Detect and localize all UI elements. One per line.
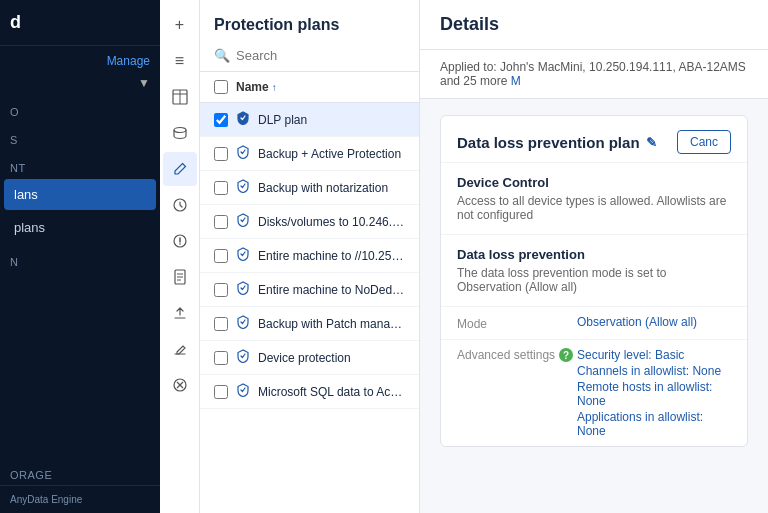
sidebar-top: d	[0, 0, 160, 46]
details-card: Data loss prevention plan ✎ Canc Device …	[440, 115, 748, 447]
plans-table-header: Name ↑	[200, 72, 419, 103]
plan-item-disks-volumes[interactable]: Disks/volumes to 10.246.224.15...	[200, 205, 419, 239]
plans-list: DLP plan Backup + Active Protection Back…	[200, 103, 419, 409]
dlp-desc: The data loss prevention mode is set to …	[457, 266, 731, 294]
edit-icon[interactable]	[163, 152, 197, 186]
plan-checkbox-backup-notarization[interactable]	[214, 181, 228, 195]
svg-point-3	[174, 128, 186, 133]
plan-checkbox-dlp[interactable]	[214, 113, 228, 127]
plan-item-sql-acronis[interactable]: Microsoft SQL data to Acronis C...	[200, 375, 419, 409]
plan-name: Entire machine to NoDedupVa...	[258, 283, 405, 297]
sidebar-storage: ORAGE	[0, 457, 160, 485]
alert-icon[interactable]	[163, 224, 197, 258]
plan-item-device-protection[interactable]: Device protection	[200, 341, 419, 375]
shield-icon	[236, 179, 250, 196]
applied-link[interactable]: M	[511, 74, 521, 88]
plan-name: Backup + Active Protection	[258, 147, 401, 161]
select-all-checkbox[interactable]	[214, 80, 228, 94]
plan-name: Backup with Patch manageme...	[258, 317, 405, 331]
svg-point-7	[179, 243, 181, 245]
plan-checkbox-sql-acronis[interactable]	[214, 385, 228, 399]
dlp-section: Data loss prevention The data loss preve…	[441, 234, 747, 306]
shield-icon	[236, 247, 250, 264]
details-card-header: Data loss prevention plan ✎ Canc	[441, 116, 747, 162]
dropdown-arrow-icon: ▼	[138, 76, 150, 90]
help-icon[interactable]: ?	[559, 348, 573, 362]
shield-icon	[236, 111, 250, 128]
plan-checkbox-backup-patch[interactable]	[214, 317, 228, 331]
details-header: Details	[420, 0, 768, 50]
plans-panel: Protection plans 🔍 Name ↑ DLP plan Backu…	[200, 0, 420, 513]
applied-bar: Applied to: John's MacMini, 10.250.194.1…	[420, 50, 768, 99]
shield-icon	[236, 349, 250, 366]
device-control-desc: Access to all device types is allowed. A…	[457, 194, 731, 222]
plan-name: Entire machine to //10.250.192...	[258, 249, 405, 263]
plans-panel-title: Protection plans	[200, 0, 419, 42]
plan-name: Microsoft SQL data to Acronis C...	[258, 385, 405, 399]
plan-name: DLP plan	[258, 113, 307, 127]
export-icon[interactable]	[163, 296, 197, 330]
sidebar: d Manage ▼ O S NT lans plans N ORAGE Any…	[0, 0, 160, 513]
mode-value: Observation (Allow all)	[577, 315, 697, 329]
plan-item-backup-active[interactable]: Backup + Active Protection	[200, 137, 419, 171]
sidebar-logo: d	[10, 12, 150, 33]
plans-col-name: Name ↑	[236, 80, 277, 94]
plan-checkbox-entire-machine[interactable]	[214, 249, 228, 263]
shield-icon	[236, 383, 250, 400]
mode-label: Mode	[457, 315, 577, 331]
icon-toolbar: + ≡	[160, 0, 200, 513]
search-input[interactable]	[236, 48, 405, 63]
table-icon[interactable]	[163, 80, 197, 114]
plans-search-bar: 🔍	[200, 42, 419, 72]
storage-icon[interactable]	[163, 116, 197, 150]
advanced-value: Security level: Basic	[577, 348, 731, 362]
sidebar-item-plans[interactable]: lans	[4, 179, 156, 210]
plan-item-backup-notarization[interactable]: Backup with notarization	[200, 171, 419, 205]
advanced-value: Channels in allowlist: None	[577, 364, 731, 378]
sidebar-manage[interactable]: Manage	[0, 46, 160, 72]
document-icon[interactable]	[163, 260, 197, 294]
sidebar-section-nt: NT	[0, 150, 160, 178]
sidebar-section-s: S	[0, 122, 160, 150]
advanced-value: Applications in allowlist: None	[577, 410, 731, 438]
card-edit-icon[interactable]: ✎	[646, 135, 657, 150]
sidebar-dropdown[interactable]: ▼	[0, 72, 160, 94]
details-panel: Details Applied to: John's MacMini, 10.2…	[420, 0, 768, 513]
plan-name: Device protection	[258, 351, 351, 365]
applied-text: Applied to: John's MacMini, 10.250.194.1…	[440, 60, 746, 88]
advanced-value: Remote hosts in allowlist: None	[577, 380, 731, 408]
shield-icon	[236, 315, 250, 332]
sort-arrow-icon[interactable]: ↑	[272, 82, 277, 93]
plan-checkbox-disks-volumes[interactable]	[214, 215, 228, 229]
plan-checkbox-backup-active[interactable]	[214, 147, 228, 161]
search-icon: 🔍	[214, 48, 230, 63]
plan-item-dlp[interactable]: DLP plan	[200, 103, 419, 137]
plan-name: Disks/volumes to 10.246.224.15...	[258, 215, 405, 229]
details-content: Data loss prevention plan ✎ Canc Device …	[420, 99, 768, 513]
clock-icon[interactable]	[163, 188, 197, 222]
shield-icon	[236, 281, 250, 298]
advanced-values: Security level: BasicChannels in allowli…	[577, 348, 731, 438]
sidebar-footer: AnyData Engine	[0, 485, 160, 513]
sidebar-item-plans2[interactable]: plans	[4, 212, 156, 243]
plan-item-entire-machine[interactable]: Entire machine to //10.250.192...	[200, 239, 419, 273]
plan-checkbox-entire-nodedup[interactable]	[214, 283, 228, 297]
plan-item-entire-nodedup[interactable]: Entire machine to NoDedupVa...	[200, 273, 419, 307]
pencil-icon[interactable]	[163, 332, 197, 366]
details-card-title: Data loss prevention plan ✎	[457, 134, 657, 151]
plan-checkbox-device-protection[interactable]	[214, 351, 228, 365]
plan-name: Backup with notarization	[258, 181, 388, 195]
plan-item-backup-patch[interactable]: Backup with Patch manageme...	[200, 307, 419, 341]
cancel-button[interactable]: Canc	[677, 130, 731, 154]
shield-icon	[236, 213, 250, 230]
device-control-section: Device Control Access to all device type…	[441, 162, 747, 234]
cancel-circle-icon[interactable]	[163, 368, 197, 402]
advanced-row: Advanced settings ? Security level: Basi…	[441, 339, 747, 446]
list-icon[interactable]: ≡	[163, 44, 197, 78]
shield-icon	[236, 145, 250, 162]
sidebar-section-n: N	[0, 244, 160, 272]
dlp-title: Data loss prevention	[457, 247, 731, 262]
device-control-title: Device Control	[457, 175, 731, 190]
add-icon[interactable]: +	[163, 8, 197, 42]
advanced-label: Advanced settings ?	[457, 348, 577, 362]
